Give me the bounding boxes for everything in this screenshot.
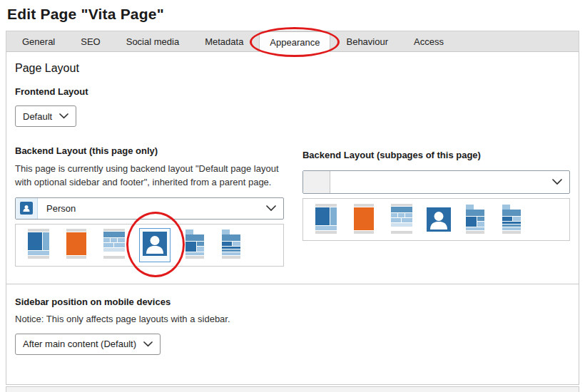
layout-orange-full-icon[interactable]	[63, 229, 89, 261]
layout-columns-b-icon[interactable]	[499, 204, 524, 236]
tab-bar: General SEO Social media Metadata Appear…	[6, 31, 579, 51]
backend-layout-page-description: This page is currently using backend lay…	[15, 163, 280, 190]
backend-layout-subpages-thumbnails	[302, 198, 570, 241]
backend-layout-subpages-label: Backend Layout (subpages of this page)	[302, 150, 570, 160]
layout-columns-b-icon[interactable]	[219, 229, 243, 261]
selected-layout-icon-cell	[16, 198, 38, 219]
tab-appearance[interactable]: Appearance	[259, 31, 330, 52]
tab-social-media[interactable]: Social media	[116, 31, 189, 51]
frontend-layout-value: Default	[23, 111, 52, 122]
chevron-down-icon	[266, 205, 283, 212]
layout-sidebar-icon[interactable]	[313, 204, 339, 236]
tab-appearance-label: Appearance	[270, 37, 320, 48]
backend-layout-page-value: Person	[38, 203, 266, 214]
tab-general[interactable]: General	[12, 31, 65, 51]
layout-columns-a-icon[interactable]	[463, 204, 487, 236]
chevron-down-icon	[59, 113, 68, 119]
person-icon	[20, 202, 33, 215]
section-title-page-layout: Page Layout	[15, 62, 570, 75]
frontend-layout-select[interactable]: Default	[15, 105, 76, 127]
appearance-panel: Page Layout Frontend Layout Default Back…	[6, 51, 579, 385]
tab-seo[interactable]: SEO	[71, 31, 110, 51]
backend-layout-subpages-section: Backend Layout (subpages of this page)	[302, 145, 570, 267]
tab-metadata[interactable]: Metadata	[195, 31, 253, 51]
backend-layout-page-select[interactable]: Person	[15, 197, 284, 220]
sidebar-mobile-notice: Notice: This only affects page layouts w…	[15, 314, 570, 324]
sidebar-mobile-value: After main content (Default)	[23, 339, 136, 349]
layout-grid-icon[interactable]	[101, 229, 127, 261]
layout-orange-full-icon[interactable]	[351, 204, 377, 236]
layout-person-icon[interactable]	[427, 207, 451, 232]
backend-layout-page-thumbnails	[15, 224, 284, 267]
empty-layout-icon-cell	[303, 171, 330, 193]
sidebar-mobile-section: Sidebar position on mobile devices Notic…	[15, 284, 570, 355]
sidebar-mobile-select[interactable]: After main content (Default)	[15, 334, 161, 355]
tab-access[interactable]: Access	[404, 31, 454, 51]
next-section-header	[6, 386, 579, 392]
page-title: Edit Page "Vita Page"	[0, 0, 585, 23]
chevron-down-icon	[143, 341, 153, 347]
edit-page-screen: Edit Page "Vita Page" General SEO Social…	[0, 0, 585, 392]
backend-layout-page-label: Backend Layout (this page only)	[15, 145, 284, 156]
frontend-layout-label: Frontend Layout	[15, 86, 570, 97]
layout-person-icon-selected[interactable]	[139, 228, 171, 262]
tab-behaviour[interactable]: Behaviour	[336, 31, 398, 51]
sidebar-mobile-label: Sidebar position on mobile devices	[15, 296, 570, 307]
layout-grid-icon[interactable]	[389, 204, 414, 236]
backend-layout-this-page-section: Backend Layout (this page only) This pag…	[15, 145, 284, 267]
chevron-down-icon	[552, 179, 569, 185]
layout-columns-a-icon[interactable]	[183, 229, 207, 261]
backend-layout-subpages-select[interactable]	[302, 170, 570, 194]
layout-sidebar-icon[interactable]	[26, 229, 51, 261]
